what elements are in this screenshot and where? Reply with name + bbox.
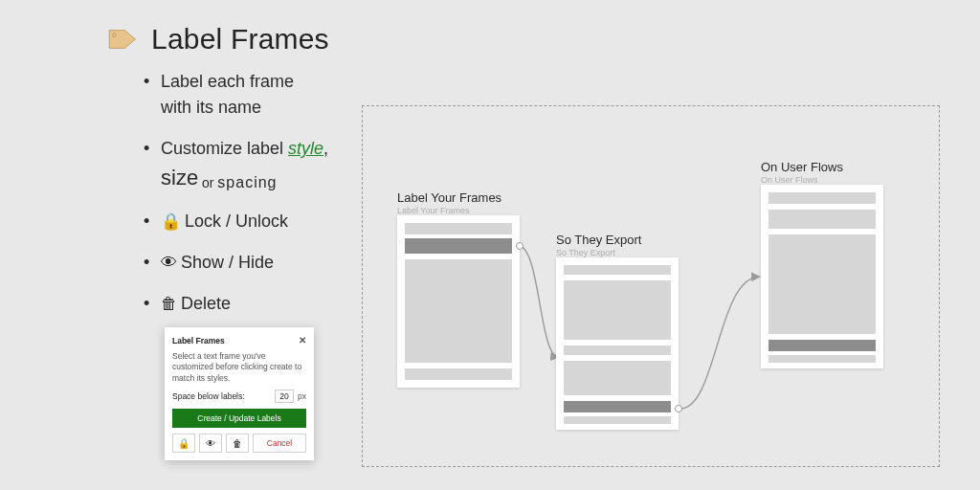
space-below-input[interactable]: 20	[275, 390, 294, 403]
tag-icon	[105, 27, 138, 52]
dialog-title: Label Frames	[172, 336, 225, 345]
connector-dot	[675, 405, 682, 412]
lock-icon: 🔒	[161, 212, 181, 231]
bullet-lock-unlock: 🔒Lock / Unlock	[144, 209, 345, 234]
frame-2	[556, 257, 679, 430]
connector-dot	[516, 242, 523, 250]
page-title: Label Frames	[151, 23, 329, 56]
frame2-sublabel: So They Export	[556, 248, 615, 257]
lock-button[interactable]: 🔒	[172, 434, 195, 453]
eye-icon: 👁	[161, 254, 177, 272]
frame3-label: On User Flows	[761, 160, 843, 174]
style-word: style	[288, 139, 323, 158]
create-update-button[interactable]: Create / Update Labels	[172, 409, 306, 428]
bullet-show-hide: 👁Show / Hide	[144, 250, 345, 276]
dialog-help-text: Select a text frame you've customized be…	[172, 351, 306, 384]
size-word: size	[161, 166, 198, 189]
frame1-sublabel: Label Your Frames	[397, 206, 470, 215]
bullet-label-frames: Label each frame with its name	[144, 69, 345, 121]
bullet-customize-style: Customize label style, size or spacing	[144, 136, 345, 193]
preview-canvas: Label Your Frames Label Your Frames So T…	[362, 105, 940, 467]
spacing-word: spacing	[217, 174, 277, 190]
trash-icon: 🗑	[161, 295, 177, 313]
delete-button[interactable]: 🗑	[226, 434, 249, 453]
label-frames-dialog: Label Frames ✕ Select a text frame you'v…	[165, 327, 314, 460]
visibility-button[interactable]: 👁	[199, 434, 222, 453]
frame-3	[761, 185, 883, 368]
cancel-button[interactable]: Cancel	[253, 434, 306, 453]
bullet-delete: 🗑Delete	[144, 291, 345, 317]
frame1-label: Label Your Frames	[397, 190, 501, 205]
frame2-label: So They Export	[556, 233, 641, 247]
frame3-sublabel: On User Flows	[761, 175, 818, 185]
space-below-label: Space below labels:	[172, 391, 271, 401]
feature-list: Label each frame with its name Customize…	[105, 69, 345, 332]
frame-1	[397, 215, 520, 388]
close-icon[interactable]: ✕	[299, 335, 306, 345]
space-below-unit: px	[298, 391, 306, 401]
